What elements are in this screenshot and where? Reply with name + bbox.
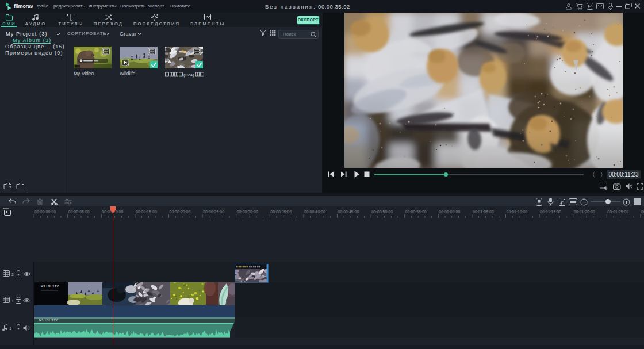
svg-text:00:00:25:00: 00:00:25:00 [203,210,224,214]
svg-text:00:01:25:00: 00:01:25:00 [607,210,628,214]
svg-text:00:00:20:00: 00:00:20:00 [170,210,191,214]
svg-text:00:01:10:00: 00:01:10:00 [507,210,528,214]
svg-text:00:00:35:00: 00:00:35:00 [270,210,292,214]
svg-text:00:00:05:00: 00:00:05:00 [68,210,90,214]
svg-text:00:01:15:00: 00:01:15:00 [540,210,561,214]
svg-text:00:00:50:00: 00:00:50:00 [371,210,393,214]
svg-text:00:00:15:00: 00:00:15:00 [136,210,157,214]
svg-text:2: 2 [12,273,14,277]
svg-text:(224): (224) [183,72,194,78]
svg-text:1: 1 [12,299,14,303]
svg-text:00:00:40:00: 00:00:40:00 [304,210,325,214]
svg-text:00:00:45:00: 00:00:45:00 [338,210,359,214]
svg-text:00:01:05:00: 00:01:05:00 [473,210,494,214]
svg-text:00:01:30:00: 00:01:30:00 [641,210,644,214]
svg-text:00:01:20:00: 00:01:20:00 [574,210,595,214]
svg-text:00:00:30:00: 00:00:30:00 [237,210,258,214]
svg-text:00:00:55:00: 00:00:55:00 [405,210,427,214]
svg-text:WildLife: WildLife [41,284,59,289]
svg-text:00:00:00:00: 00:00:00:00 [34,210,56,214]
svg-text:1: 1 [9,327,12,331]
svg-text:00:01:00:00: 00:01:00:00 [439,210,460,214]
